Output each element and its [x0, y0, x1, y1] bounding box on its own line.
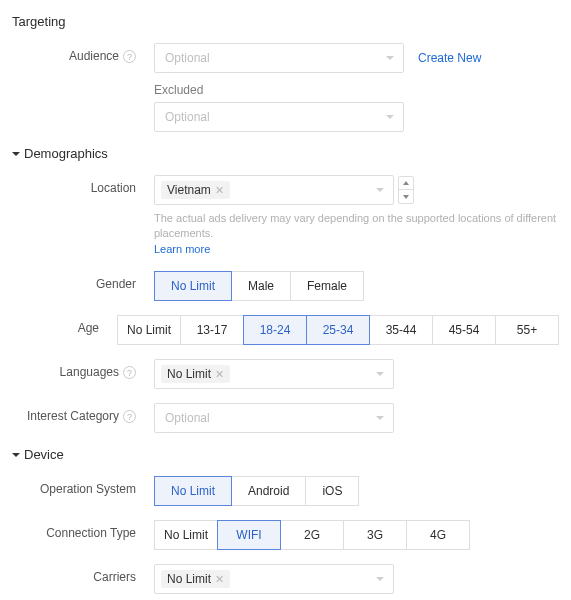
help-icon[interactable]: ?	[123, 410, 136, 423]
remove-tag-icon[interactable]: ✕	[215, 573, 224, 586]
chevron-down-icon	[386, 115, 394, 119]
segment-option[interactable]: 18-24	[243, 315, 307, 345]
excluded-label: Excluded	[154, 83, 559, 97]
location-tag[interactable]: Vietnam ✕	[161, 181, 230, 199]
section-title-device[interactable]: Device	[12, 447, 559, 462]
segment-option[interactable]: WIFI	[217, 520, 281, 550]
carriers-label: Carriers	[12, 564, 140, 584]
os-label: Operation System	[12, 476, 140, 496]
remove-tag-icon[interactable]: ✕	[215, 368, 224, 381]
segment-option[interactable]: 55+	[495, 315, 559, 345]
segment-option[interactable]: Male	[231, 271, 291, 301]
carriers-tag[interactable]: No Limit ✕	[161, 570, 230, 588]
location-select[interactable]: Vietnam ✕	[154, 175, 394, 205]
location-label: Location	[12, 175, 140, 195]
audience-label: Audience?	[12, 43, 140, 63]
step-down[interactable]	[399, 190, 413, 203]
segment-option[interactable]: 45-54	[432, 315, 496, 345]
chevron-down-icon	[376, 188, 384, 192]
age-segment: No Limit13-1718-2425-3435-4445-5455+	[117, 315, 559, 345]
interest-category-label: Interest Category?	[12, 403, 140, 423]
triangle-up-icon	[403, 181, 409, 185]
triangle-down-icon	[403, 195, 409, 199]
caret-down-icon	[12, 453, 20, 457]
remove-tag-icon[interactable]: ✕	[215, 184, 224, 197]
caret-down-icon	[12, 152, 20, 156]
segment-option[interactable]: Android	[231, 476, 306, 506]
os-segment: No LimitAndroidiOS	[154, 476, 559, 506]
excluded-placeholder: Optional	[165, 110, 210, 124]
segment-option[interactable]: Female	[290, 271, 364, 301]
step-up[interactable]	[399, 177, 413, 190]
segment-option[interactable]: No Limit	[154, 476, 232, 506]
languages-label: Languages?	[12, 359, 140, 379]
excluded-select[interactable]: Optional	[154, 102, 404, 132]
segment-option[interactable]: No Limit	[154, 271, 232, 301]
chevron-down-icon	[376, 577, 384, 581]
segment-option[interactable]: No Limit	[117, 315, 181, 345]
location-note: The actual ads delivery may vary dependi…	[154, 211, 559, 257]
segment-option[interactable]: iOS	[305, 476, 359, 506]
audience-placeholder: Optional	[165, 51, 210, 65]
help-icon[interactable]: ?	[123, 50, 136, 63]
location-stepper[interactable]	[398, 176, 414, 204]
gender-segment: No LimitMaleFemale	[154, 271, 559, 301]
carriers-select[interactable]: No Limit ✕	[154, 564, 394, 594]
segment-option[interactable]: 4G	[406, 520, 470, 550]
segment-option[interactable]: 3G	[343, 520, 407, 550]
chevron-down-icon	[376, 372, 384, 376]
audience-select[interactable]: Optional	[154, 43, 404, 73]
segment-option[interactable]: 13-17	[180, 315, 244, 345]
segment-option[interactable]: No Limit	[154, 520, 218, 550]
create-new-link[interactable]: Create New	[418, 51, 481, 65]
learn-more-link[interactable]: Learn more	[154, 242, 559, 257]
interest-category-select[interactable]: Optional	[154, 403, 394, 433]
segment-option[interactable]: 2G	[280, 520, 344, 550]
section-title-demographics[interactable]: Demographics	[12, 146, 559, 161]
segment-option[interactable]: 35-44	[369, 315, 433, 345]
connection-type-label: Connection Type	[12, 520, 140, 540]
gender-label: Gender	[12, 271, 140, 291]
section-title-targeting: Targeting	[12, 14, 559, 29]
connection-segment: No LimitWIFI2G3G4G	[154, 520, 559, 550]
chevron-down-icon	[386, 56, 394, 60]
languages-tag[interactable]: No Limit ✕	[161, 365, 230, 383]
languages-select[interactable]: No Limit ✕	[154, 359, 394, 389]
chevron-down-icon	[376, 416, 384, 420]
help-icon[interactable]: ?	[123, 366, 136, 379]
segment-option[interactable]: 25-34	[306, 315, 370, 345]
age-label: Age	[12, 315, 103, 335]
